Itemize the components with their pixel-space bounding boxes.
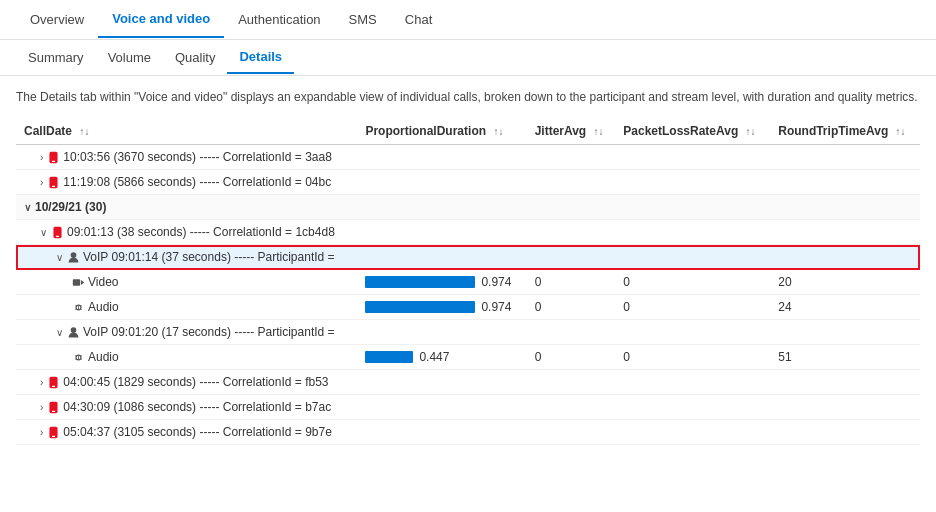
nav-overview[interactable]: Overview <box>16 2 98 37</box>
sort-icon-calldate: ↑↓ <box>79 126 89 137</box>
duration-cell <box>357 145 526 170</box>
sort-icon-rtt: ↑↓ <box>896 126 906 137</box>
bar-cell: 0.974 <box>357 295 526 320</box>
user-icon <box>67 251 80 264</box>
expand-icon[interactable]: › <box>40 402 43 413</box>
nav-chat[interactable]: Chat <box>391 2 446 37</box>
col-packetloss[interactable]: PacketLossRateAvg ↑↓ <box>615 118 770 145</box>
nav-sms[interactable]: SMS <box>335 2 391 37</box>
table-row-date: ∨ 10/29/21 (30) <box>16 195 920 220</box>
description-text: The Details tab within "Voice and video"… <box>0 76 936 118</box>
rtt-val: 20 <box>770 270 920 295</box>
subnav-volume[interactable]: Volume <box>96 42 163 73</box>
phone-icon <box>47 176 60 189</box>
user-icon <box>67 326 80 339</box>
jitter-val: 0 <box>527 345 616 370</box>
svg-rect-17 <box>52 435 55 436</box>
sub-nav: Summary Volume Quality Details <box>0 40 936 76</box>
duration-bar <box>365 301 475 313</box>
calldate-cell: › 11:19:08 (5866 seconds) ----- Correlat… <box>16 170 357 195</box>
stream-label-cell: Audio <box>16 295 357 320</box>
col-rtt[interactable]: RoundTripTimeAvg ↑↓ <box>770 118 920 145</box>
expand-icon[interactable]: › <box>40 177 43 188</box>
table-row: ∨ 09:01:13 (38 seconds) ----- Correlatio… <box>16 220 920 245</box>
table-row: › 05:04:37 (3105 seconds) ----- Correlat… <box>16 420 920 445</box>
table-row: › 10:03:56 (3670 seconds) ----- Correlat… <box>16 145 920 170</box>
svg-rect-1 <box>52 160 55 161</box>
sort-icon-jitter: ↑↓ <box>594 126 604 137</box>
table-row: › 11:19:08 (5866 seconds) ----- Correlat… <box>16 170 920 195</box>
table-row-audio2: Audio 0.447 0 0 51 <box>16 345 920 370</box>
table-row-voip2: ∨ VoIP 09:01:20 (17 seconds) ----- Parti… <box>16 320 920 345</box>
jitter-val: 0 <box>527 295 616 320</box>
jitter-cell <box>527 145 616 170</box>
svg-marker-8 <box>81 280 84 285</box>
col-calldate[interactable]: CallDate ↑↓ <box>16 118 357 145</box>
subnav-summary[interactable]: Summary <box>16 42 96 73</box>
expand-icon[interactable]: ∨ <box>56 327 63 338</box>
svg-rect-13 <box>52 385 55 386</box>
table-row: › 04:30:09 (1086 seconds) ----- Correlat… <box>16 395 920 420</box>
rtt-val: 51 <box>770 345 920 370</box>
phone-icon <box>47 151 60 164</box>
svg-rect-3 <box>52 185 55 186</box>
expand-icon[interactable]: › <box>40 152 43 163</box>
date-group-cell: ∨ 10/29/21 (30) <box>16 195 357 220</box>
calldate-cell: › 04:00:45 (1829 seconds) ----- Correlat… <box>16 370 357 395</box>
rtt-val: 24 <box>770 295 920 320</box>
bar-cell: 0.447 <box>357 345 526 370</box>
col-jitteravg[interactable]: JitterAvg ↑↓ <box>527 118 616 145</box>
expand-icon[interactable]: ∨ <box>40 227 47 238</box>
table-row-voip-selected: ∨ VoIP 09:01:14 (37 seconds) ----- Parti… <box>16 245 920 270</box>
packetloss-cell <box>615 145 770 170</box>
expand-icon[interactable]: ∨ <box>56 252 63 263</box>
calldate-cell: ∨ 09:01:13 (38 seconds) ----- Correlatio… <box>16 220 357 245</box>
svg-rect-7 <box>73 279 80 286</box>
details-table: CallDate ↑↓ ProportionalDuration ↑↓ Jitt… <box>16 118 920 445</box>
table-container: CallDate ↑↓ ProportionalDuration ↑↓ Jitt… <box>0 118 936 445</box>
table-row: › 04:00:45 (1829 seconds) ----- Correlat… <box>16 370 920 395</box>
voip2-cell: ∨ VoIP 09:01:20 (17 seconds) ----- Parti… <box>16 320 357 345</box>
video-icon <box>72 276 85 289</box>
col-proportionalduration[interactable]: ProportionalDuration ↑↓ <box>357 118 526 145</box>
top-nav: Overview Voice and video Authentication … <box>0 0 936 40</box>
svg-point-10 <box>71 327 77 333</box>
nav-authentication[interactable]: Authentication <box>224 2 334 37</box>
stream-label-cell: Video <box>16 270 357 295</box>
subnav-quality[interactable]: Quality <box>163 42 227 73</box>
phone-icon <box>47 426 60 439</box>
duration-bar <box>365 351 413 363</box>
table-row-video: Video 0.974 0 0 20 <box>16 270 920 295</box>
jitter-val: 0 <box>527 270 616 295</box>
packetloss-val: 0 <box>615 295 770 320</box>
phone-icon <box>47 376 60 389</box>
packetloss-val: 0 <box>615 345 770 370</box>
stream-label-cell: Audio <box>16 345 357 370</box>
bar-cell: 0.974 <box>357 270 526 295</box>
table-header-row: CallDate ↑↓ ProportionalDuration ↑↓ Jitt… <box>16 118 920 145</box>
table-row-audio: Audio 0.974 0 0 24 <box>16 295 920 320</box>
svg-point-6 <box>71 252 77 258</box>
nav-voice-video[interactable]: Voice and video <box>98 1 224 38</box>
sort-icon-duration: ↑↓ <box>493 126 503 137</box>
rtt-cell <box>770 145 920 170</box>
expand-icon[interactable]: › <box>40 427 43 438</box>
calldate-cell: › 10:03:56 (3670 seconds) ----- Correlat… <box>16 145 357 170</box>
calldate-cell: › 04:30:09 (1086 seconds) ----- Correlat… <box>16 395 357 420</box>
expand-icon[interactable]: › <box>40 377 43 388</box>
svg-rect-5 <box>56 235 59 236</box>
sort-icon-packetloss: ↑↓ <box>746 126 756 137</box>
audio-icon <box>72 301 85 314</box>
calldate-cell: › 05:04:37 (3105 seconds) ----- Correlat… <box>16 420 357 445</box>
voip-cell: ∨ VoIP 09:01:14 (37 seconds) ----- Parti… <box>16 245 357 270</box>
phone-icon <box>47 401 60 414</box>
expand-icon[interactable]: ∨ <box>24 202 31 213</box>
subnav-details[interactable]: Details <box>227 41 294 74</box>
packetloss-val: 0 <box>615 270 770 295</box>
svg-rect-15 <box>52 410 55 411</box>
duration-bar <box>365 276 475 288</box>
audio-icon <box>72 351 85 364</box>
phone-icon <box>51 226 64 239</box>
